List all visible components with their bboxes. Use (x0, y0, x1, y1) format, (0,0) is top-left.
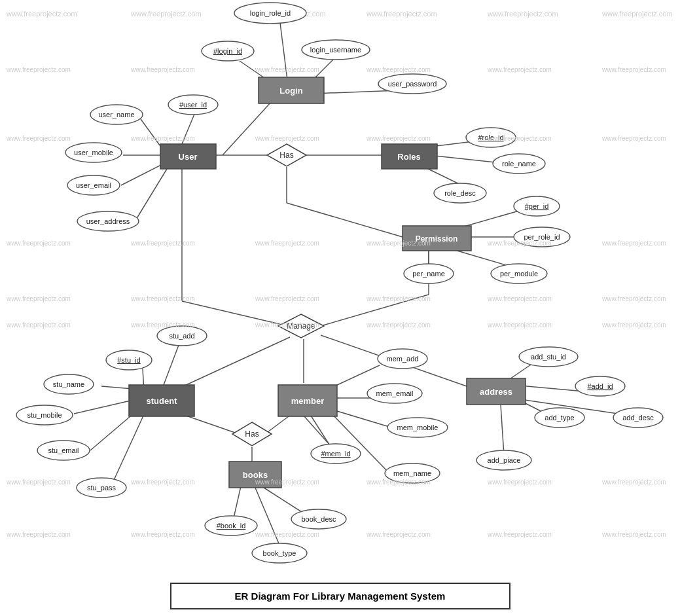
svg-text:www.freeprojectz.com: www.freeprojectz.com (255, 295, 319, 302)
svg-text:www.freeprojectz.com: www.freeprojectz.com (6, 479, 71, 486)
svg-text:www.freeprojectz.com: www.freeprojectz.com (601, 240, 666, 247)
svg-text:add_type: add_type (545, 414, 574, 422)
svg-text:add_piace: add_piace (488, 456, 521, 464)
svg-line-32 (111, 414, 144, 486)
svg-text:Has: Has (279, 151, 293, 160)
svg-text:stu_pass: stu_pass (87, 484, 116, 492)
svg-line-36 (331, 409, 391, 427)
svg-text:www.freeprojectz.com: www.freeprojectz.com (130, 479, 195, 486)
svg-text:www.freeprojectz.com: www.freeprojectz.com (6, 295, 71, 302)
svg-text:per_name: per_name (412, 270, 445, 278)
svg-line-43 (501, 405, 504, 455)
svg-text:www.freeprojectz.com: www.freeprojectz.com (255, 135, 319, 142)
svg-text:www.freeprojectz.com: www.freeprojectz.com (6, 321, 71, 329)
svg-text:add_stu_id: add_stu_id (531, 353, 566, 361)
svg-text:Login: Login (279, 86, 302, 96)
svg-text:www.freeprojectz.com: www.freeprojectz.com (6, 66, 71, 73)
svg-text:mem_mobile: mem_mobile (397, 424, 438, 431)
svg-text:role_desc: role_desc (444, 189, 476, 197)
svg-text:www.freeprojectz.com: www.freeprojectz.com (366, 321, 431, 329)
svg-text:address: address (480, 387, 512, 397)
svg-line-2 (280, 23, 288, 85)
svg-text:www.freeprojectz.com: www.freeprojectz.com (366, 240, 431, 247)
svg-text:www.freeprojectz.com: www.freeprojectz.com (487, 321, 552, 329)
svg-line-46 (265, 414, 291, 434)
svg-line-4 (223, 101, 272, 155)
svg-text:#mem_id: #mem_id (321, 450, 350, 458)
svg-text:www.freeprojectz.com: www.freeprojectz.com (130, 295, 195, 302)
svg-text:#add_id: #add_id (587, 382, 613, 390)
svg-text:stu_name: stu_name (53, 380, 84, 388)
svg-text:Has: Has (245, 429, 259, 439)
svg-text:www.freeprojectz.com: www.freeprojectz.com (601, 531, 666, 538)
svg-text:www.freeprojectz.com: www.freeprojectz.com (487, 479, 552, 486)
svg-text:user_mobile: user_mobile (74, 149, 113, 156)
svg-line-9 (134, 169, 167, 223)
svg-text:www.freeprojectz.com: www.freeprojectz.com (366, 135, 431, 142)
svg-text:book_type: book_type (263, 549, 296, 557)
svg-line-16 (287, 203, 403, 237)
svg-text:login_role_id: login_role_id (250, 9, 291, 17)
svg-text:www.freeprojectz.com: www.freeprojectz.com (130, 135, 195, 142)
svg-text:www.freeprojectz.com: www.freeprojectz.com (255, 531, 319, 538)
svg-text:www.freeprojectz.com: www.freeprojectz.com (255, 321, 319, 329)
svg-text:www.freeprojectz.com: www.freeprojectz.com (601, 479, 666, 486)
svg-text:www.freeprojectz.com: www.freeprojectz.com (130, 531, 195, 538)
svg-text:mem_name: mem_name (393, 469, 431, 477)
svg-text:www.freeprojectz.com: www.freeprojectz.com (130, 321, 195, 329)
svg-text:www.freeprojectz.com: www.freeprojectz.com (487, 531, 552, 538)
svg-line-3 (314, 90, 399, 94)
svg-text:stu_add: stu_add (169, 332, 194, 340)
svg-text:student: student (147, 396, 178, 406)
svg-text:www.freeprojectz.com: www.freeprojectz.com (487, 240, 552, 247)
svg-text:user_name: user_name (98, 111, 134, 118)
svg-text:#per_id: #per_id (525, 202, 549, 210)
svg-line-33 (164, 342, 180, 385)
svg-text:www.freeprojectz.com: www.freeprojectz.com (366, 531, 431, 538)
svg-text:www.freeprojectz.com: www.freeprojectz.com (366, 66, 431, 73)
svg-text:User: User (179, 152, 198, 162)
svg-text:www.freeprojectz.com: www.freeprojectz.com (6, 135, 71, 142)
svg-text:member: member (291, 396, 325, 406)
svg-text:#login_id: #login_id (213, 47, 242, 55)
svg-line-30 (74, 399, 136, 414)
svg-text:login_username: login_username (310, 46, 361, 54)
svg-text:www.freeprojectz.com: www.freeprojectz.com (487, 295, 552, 302)
svg-line-13 (429, 155, 495, 162)
svg-text:www.freeprojectz.com: www.freeprojectz.com (255, 240, 319, 247)
svg-text:stu_email: stu_email (48, 446, 79, 454)
svg-text:www.freeprojectz.com: www.freeprojectz.com (6, 531, 71, 538)
svg-text:www.freeprojectz.com: www.freeprojectz.com (255, 479, 319, 486)
svg-text:stu_mobile: stu_mobile (27, 411, 62, 419)
svg-text:www.freeprojectz.com: www.freeprojectz.com (255, 66, 319, 73)
svg-text:user_password: user_password (388, 80, 437, 88)
svg-text:www.freeprojectz.com: www.freeprojectz.com (601, 295, 666, 302)
svg-text:#user_id: #user_id (179, 101, 207, 109)
svg-text:mem_email: mem_email (376, 390, 414, 397)
svg-text:www.freeprojectz.com: www.freeprojectz.com (6, 240, 71, 247)
svg-text:add_desc: add_desc (622, 414, 654, 422)
svg-text:www.freeprojectz.com: www.freeprojectz.com (130, 66, 195, 73)
er-diagram: Login User Roles Permission student memb… (0, 0, 680, 589)
svg-text:role_name: role_name (502, 160, 536, 168)
svg-text:user_email: user_email (76, 181, 111, 189)
svg-text:www.freeprojectz.com: www.freeprojectz.com (487, 135, 552, 142)
svg-text:#book_id: #book_id (217, 522, 246, 530)
svg-text:www.freeprojectz.com: www.freeprojectz.com (366, 295, 431, 302)
svg-line-8 (121, 164, 164, 185)
svg-text:per_module: per_module (500, 270, 538, 278)
svg-text:#stu_id: #stu_id (117, 356, 140, 364)
svg-text:mem_add: mem_add (387, 355, 419, 363)
svg-line-25 (183, 337, 290, 386)
svg-text:www.freeprojectz.com: www.freeprojectz.com (130, 240, 195, 247)
svg-text:book_desc: book_desc (301, 515, 336, 523)
svg-text:www.freeprojectz.com: www.freeprojectz.com (601, 66, 666, 73)
svg-text:www.freeprojectz.com: www.freeprojectz.com (487, 66, 552, 73)
svg-text:Roles: Roles (397, 152, 420, 162)
svg-text:www.freeprojectz.com: www.freeprojectz.com (601, 135, 666, 142)
svg-text:user_address: user_address (86, 217, 130, 225)
diagram-caption: ER Diagram For Library Management System (170, 583, 510, 609)
svg-text:www.freeprojectz.com: www.freeprojectz.com (366, 479, 431, 486)
svg-text:www.freeprojectz.com: www.freeprojectz.com (601, 321, 666, 329)
